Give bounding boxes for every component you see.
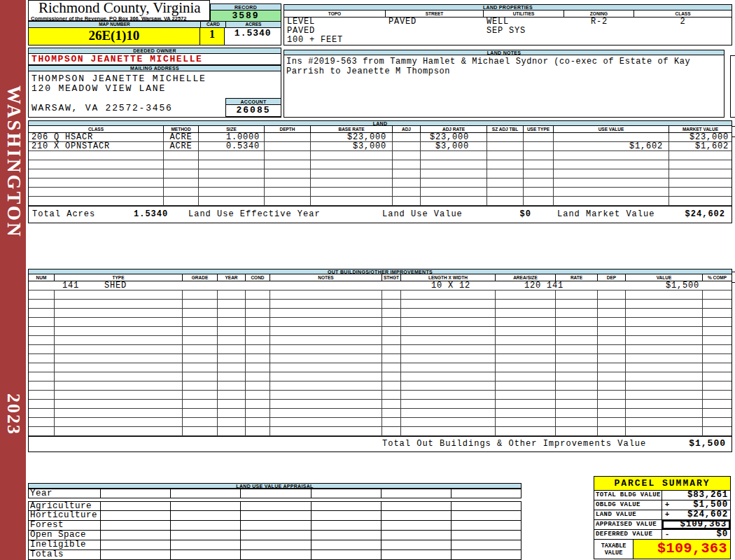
land-use-appraisal-section: LAND USE VALUE APPRAISAL Year Agricultur…	[28, 483, 522, 560]
sidebar-year-label: 2023	[3, 393, 24, 435]
out-buildings-total-label: Total Out Buildings & Other Improvements…	[382, 437, 646, 451]
summary-row-obldg: OBLDG VALUE + $1,500	[594, 500, 731, 510]
acres-value: 1.5340	[225, 28, 281, 45]
land-notes-line: Ins #2019-563 from Tammy Hamlet & Michae…	[286, 57, 724, 66]
land-properties-values: LEVEL PAVED WELL R-2 2 PAVED SEP SYS 100…	[284, 18, 732, 45]
out-buildings-totals-row: Total Out Buildings & Other Improvements…	[29, 436, 732, 451]
appraisal-row: Horticulture	[28, 511, 522, 521]
card-header: CARD	[201, 22, 226, 27]
land-totals-row: Total Acres 1.5340 Land Use Effective Ye…	[29, 206, 732, 223]
map-number-value-row: 26E(1)10 1 1.5340	[28, 28, 281, 46]
col-class: CLASS	[634, 10, 732, 17]
cutoff-box	[730, 55, 735, 118]
county-title-block: Richmond County, Virginia Commissioner o…	[28, 0, 210, 21]
card-value: 1	[200, 28, 225, 45]
appraisal-row-totals: Totals	[28, 550, 522, 560]
taxable-value: $109,363	[634, 540, 730, 559]
land-use-value: $0	[520, 206, 531, 222]
address-line: THOMPSON JEANETTE MICHELLE	[31, 74, 206, 84]
summary-row-taxable: TAXABLE VALUE $109,363	[594, 540, 731, 559]
total-acres-label: Total Acres	[32, 206, 95, 222]
land-section: LAND CLASS METHOD SIZE DEPTH BASE RATE A…	[28, 120, 732, 223]
col-street: STREET	[386, 10, 484, 17]
record-value: 3589	[210, 10, 281, 22]
parcel-summary-title: PARCEL SUMMARY	[594, 476, 731, 491]
out-building-row: 141 SHED 10 X 12 120 141 $1,500	[29, 281, 732, 290]
map-number-header: MAP NUMBER	[29, 22, 201, 27]
land-market-value-label: Land Market Value	[557, 206, 654, 222]
appraisal-row: Forest	[28, 521, 522, 531]
appraisal-row: Open Space	[28, 531, 522, 540]
land-properties-row: PAVED SEP SYS	[284, 27, 732, 36]
map-number-header-row: MAP NUMBER CARD ACRES	[28, 21, 281, 28]
land-notes-header: LAND NOTES	[284, 50, 724, 55]
sidebar-state-label: WASHINGTON	[3, 85, 24, 239]
account-value: 26085	[225, 105, 281, 117]
land-properties-table: TOPO STREET UTILITIES ZONING CLASS LEVEL…	[284, 10, 732, 46]
appraisal-row: Ineligible	[28, 540, 522, 550]
col-topo: TOPO	[284, 10, 386, 17]
land-row: 210 X OPNSTACR ACRE 0.5340 $3,000 $3,000…	[29, 142, 732, 151]
appraisal-body: Agriculture Horticulture Forest Open Spa…	[28, 501, 522, 560]
out-buildings-total-value: $1,500	[689, 437, 726, 451]
map-number-value: 26E(1)10	[29, 28, 200, 45]
land-use-appraisal-header: LAND USE VALUE APPRAISAL	[28, 483, 522, 489]
land-use-value-label: Land Use Value	[382, 206, 463, 222]
deeded-owner-name: THOMPSON JEANETTE MICHELLE	[28, 54, 281, 65]
summary-row-land: LAND VALUE + $24,602	[594, 510, 731, 520]
county-title: Richmond County, Virginia	[29, 1, 209, 15]
out-building-type: SHED	[104, 281, 127, 290]
mailing-address-header: MAILING ADDRESS	[28, 65, 281, 71]
land-notes-box: Ins #2019-563 from Tammy Hamlet & Michae…	[284, 55, 724, 118]
out-building-length-width: 10 X 12	[431, 281, 470, 290]
record-header: RECORD	[210, 4, 281, 10]
summary-row-deferred: DEFERRED VALUE - $0	[594, 530, 731, 540]
out-buildings-columns: NUM TYPE GRADE YEAR COND NOTES STHGT LEN…	[29, 274, 732, 281]
summary-row-total-bldg: TOTAL BLDG VALUE $83,261	[594, 491, 731, 500]
appraisal-row: Agriculture	[28, 501, 522, 511]
summary-row-appraised: APPRAISED VALUE $109,363	[594, 520, 731, 530]
land-market-value: $24,602	[685, 206, 725, 222]
out-buildings-empty-rows	[29, 290, 732, 436]
land-empty-rows	[29, 151, 732, 206]
out-buildings-section: OUT BUILDINGS/OTHER IMPROVEMENTS NUM TYP…	[28, 269, 732, 452]
total-acres-value: 1.5340	[134, 206, 168, 222]
out-building-value: $1,500	[666, 281, 699, 290]
land-section-header: LAND	[28, 120, 732, 126]
land-notes-line: Parrish to Jeanette M Thompson	[286, 66, 724, 76]
taxable-label-line1: TAXABLE	[594, 542, 633, 550]
sidebar: WASHINGTON 2023	[0, 0, 26, 560]
land-properties-header: LAND PROPERTIES	[284, 4, 732, 10]
out-buildings-table: NUM TYPE GRADE YEAR COND NOTES STHGT LEN…	[28, 274, 732, 452]
land-table: CLASS METHOD SIZE DEPTH BASE RATE ADJ AD…	[28, 126, 732, 223]
property-record-card: { "colors": { "sidebar_red": "#A53B3B", …	[0, 0, 735, 560]
out-building-area-size: 120 141	[524, 281, 564, 290]
acres-header: ACRES	[226, 22, 281, 27]
address-line: 120 MEADOW VIEW LANE	[31, 83, 166, 94]
col-utilities: UTILITIES	[484, 10, 564, 17]
deeded-owner-header: DEEDED OWNER	[28, 48, 281, 54]
taxable-label-line2: VALUE	[594, 550, 633, 556]
out-buildings-header: OUT BUILDINGS/OTHER IMPROVEMENTS	[28, 269, 732, 274]
account-header: ACCOUNT	[225, 98, 281, 105]
col-zoning: ZONING	[564, 10, 634, 17]
appraisal-row-year: Year	[28, 489, 522, 498]
out-building-num: 141	[62, 281, 79, 290]
address-line: WARSAW, VA 22572-3456	[31, 103, 173, 113]
land-properties-row: 100 + FEET	[284, 36, 732, 45]
parcel-summary: PARCEL SUMMARY TOTAL BLDG VALUE $83,261 …	[594, 476, 731, 559]
land-use-effective-year-label: Land Use Effective Year	[188, 206, 321, 222]
